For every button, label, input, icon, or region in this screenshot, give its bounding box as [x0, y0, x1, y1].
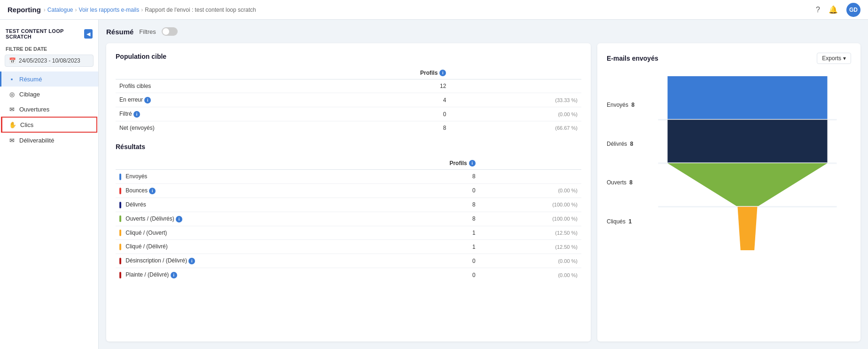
row-pct: (0.00 %): [479, 183, 581, 198]
funnel-label-text: Ouverts: [607, 179, 626, 186]
row-label: Filtré i: [116, 107, 303, 121]
exports-label: Exports: [822, 55, 841, 62]
results-table: Profils i Envoyés 8 Bounces i 0 (0: [116, 157, 581, 282]
results-col-pct: [479, 157, 581, 170]
sidebar-item-ciblage[interactable]: ◎ Ciblage: [0, 87, 98, 102]
table-row: Délivrés 8 (100.00 %): [116, 198, 581, 212]
funnel-chart: [644, 76, 851, 250]
sidebar-item-deliverabilite-label: Déliverabilité: [19, 137, 54, 144]
app-title: Reporting: [8, 6, 41, 14]
row-color-indicator: [119, 188, 121, 194]
row-label: Plainte / (Délivré) i: [116, 268, 375, 282]
deliverabilite-icon: ✉: [8, 136, 16, 144]
row-pct: (100.00 %): [479, 212, 581, 226]
layout: TEST CONTENT LOOP SCRATCH ◀ FILTRE DE DA…: [0, 20, 868, 349]
sidebar-header: TEST CONTENT LOOP SCRATCH ◀: [0, 24, 98, 43]
sidebar-item-ciblage-label: Ciblage: [19, 91, 40, 98]
row-label: Profils cibles: [116, 79, 303, 93]
funnel-segment-0: [668, 76, 828, 120]
cards-row: Population cible Profils i: [106, 43, 860, 341]
table-row: Net (envoyés) 8 (66.67 %): [116, 121, 581, 135]
topbar: Reporting › Catalogue › Voir les rapport…: [0, 0, 868, 20]
row-color-indicator: [119, 215, 121, 222]
results-info-icon[interactable]: i: [469, 160, 476, 167]
funnel-label-item: Cliqués 1: [607, 218, 634, 225]
sidebar-item-clics-label: Clics: [20, 121, 33, 128]
sidebar-nav: ▪ Résumé ◎ Ciblage ✉ Ouvertures ✋ Clics …: [0, 71, 98, 148]
results-title: Résultats: [116, 143, 581, 151]
summary-header: Résumé Filtres: [106, 27, 860, 36]
filters-label: Filtres: [139, 28, 156, 35]
exports-button[interactable]: Exports ▾: [817, 53, 851, 64]
funnel-label-item: Ouverts 8: [607, 179, 634, 186]
breadcrumb: › Catalogue › Voir les rapports e-mails …: [44, 7, 256, 13]
sidebar-item-resume[interactable]: ▪ Résumé: [0, 71, 98, 87]
row-value: 1: [375, 240, 479, 254]
date-range-picker[interactable]: 📅 24/05/2023 - 10/08/2023: [5, 55, 94, 67]
table-row: Bounces i 0 (0.00 %): [116, 183, 581, 198]
campaign-name: TEST CONTENT LOOP SCRATCH: [6, 28, 84, 40]
emails-card-header: E-mails envoyés Exports ▾: [607, 53, 851, 64]
funnel-label-count: 1: [628, 218, 632, 225]
row-label: Cliqué / (Délivré): [116, 240, 375, 254]
breadcrumb-reports[interactable]: Voir les rapports e-mails: [79, 7, 140, 13]
sidebar-item-ouvertures[interactable]: ✉ Ouvertures: [0, 102, 98, 117]
funnel-label-text: Cliqués: [607, 218, 626, 225]
ciblage-icon: ◎: [8, 90, 16, 98]
row-value: 0: [375, 183, 479, 198]
row-label: Désinscription / (Délivré) i: [116, 254, 375, 268]
row-label: Délivrés: [116, 198, 375, 212]
row-pct: (12.50 %): [479, 226, 581, 240]
sidebar-item-deliverabilite[interactable]: ✉ Déliverabilité: [0, 133, 98, 148]
sidebar-item-clics[interactable]: ✋ Clics: [1, 117, 97, 133]
table-row: Plainte / (Délivré) i 0 (0.00 %): [116, 268, 581, 282]
row-pct: (0.00 %): [450, 107, 581, 121]
row-value: 12: [303, 79, 450, 93]
table-row: En erreur i 4 (33.33 %): [116, 93, 581, 107]
topbar-left: Reporting › Catalogue › Voir les rapport…: [8, 6, 256, 14]
row-value: 0: [303, 107, 450, 121]
row-color-indicator: [119, 202, 121, 208]
sidebar-item-ouvertures-label: Ouvertures: [19, 106, 49, 113]
sidebar-collapse-button[interactable]: ◀: [84, 29, 93, 39]
row-label: Bounces i: [116, 183, 375, 198]
sidebar-item-resume-label: Résumé: [19, 76, 42, 83]
population-table: Profils i Profils cibles 12 En erreur i …: [116, 67, 581, 135]
funnel-label-item: Délivrés 8: [607, 141, 634, 147]
ouvertures-icon: ✉: [8, 105, 16, 113]
row-pct: (100.00 %): [479, 198, 581, 212]
calendar-icon: 📅: [9, 57, 16, 64]
row-info-icon[interactable]: i: [133, 111, 140, 118]
table-row: Désinscription / (Délivré) i 0 (0.00 %): [116, 254, 581, 268]
table-row: Profils cibles 12: [116, 79, 581, 93]
table-row: Cliqué / (Ouvert) 1 (12.50 %): [116, 226, 581, 240]
population-card: Population cible Profils i: [106, 43, 591, 341]
table-row: Envoyés 8: [116, 170, 581, 184]
row-color-indicator: [119, 272, 121, 278]
row-label: Envoyés: [116, 170, 375, 184]
row-info-icon[interactable]: i: [144, 97, 151, 103]
funnel-segment-3: [738, 207, 758, 251]
filters-toggle[interactable]: [162, 27, 178, 36]
row-value: 8: [303, 121, 450, 135]
profils-info-icon[interactable]: i: [439, 70, 446, 76]
help-icon[interactable]: ?: [816, 6, 820, 14]
row-value: 0: [375, 268, 479, 282]
row-info-icon[interactable]: i: [171, 272, 177, 278]
breadcrumb-catalogue[interactable]: Catalogue: [47, 7, 73, 13]
funnel-chart-area: [644, 76, 851, 250]
main-content: Résumé Filtres Population cible Profils: [99, 20, 868, 349]
row-info-icon[interactable]: i: [149, 188, 156, 194]
row-value: 8: [375, 170, 479, 184]
row-label: Ouverts / (Délivrés) i: [116, 212, 375, 226]
row-info-icon[interactable]: i: [188, 258, 195, 264]
row-color-indicator: [119, 258, 121, 264]
population-col-profils: Profils i: [303, 67, 450, 79]
population-col-label: [116, 67, 303, 79]
row-info-icon[interactable]: i: [176, 216, 182, 222]
funnel-segment-2: [668, 163, 828, 207]
notification-icon[interactable]: 🔔: [829, 5, 838, 14]
date-range-value: 24/05/2023 - 10/08/2023: [19, 57, 80, 64]
avatar[interactable]: GD: [846, 3, 860, 17]
row-pct: (66.67 %): [450, 121, 581, 135]
